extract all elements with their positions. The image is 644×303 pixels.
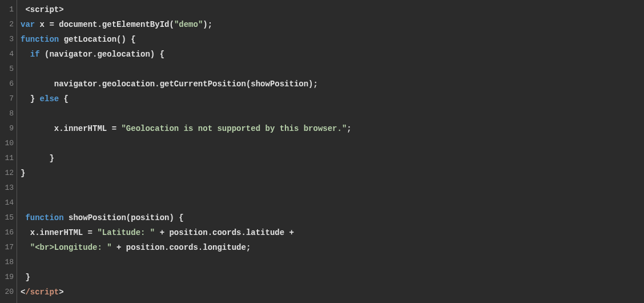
code-token: function [21, 35, 59, 44]
line-number: 17 [0, 240, 17, 255]
code-line[interactable]: } [21, 151, 644, 166]
code-line[interactable]: if (navigator.geolocation) { [21, 47, 644, 62]
code-line[interactable] [21, 196, 644, 210]
line-number: 1 [0, 2, 17, 17]
line-number: 8 [0, 106, 17, 121]
line-number: 10 [0, 136, 17, 151]
code-token: { [59, 94, 69, 103]
code-line[interactable]: function getLocation() { [21, 32, 644, 47]
code-line[interactable]: navigator.geolocation.getCurrentPosition… [21, 77, 644, 91]
line-number: 3 [0, 32, 17, 47]
code-token: () { [116, 35, 136, 44]
line-number: 19 [0, 270, 17, 285]
code-token: } [21, 154, 54, 163]
code-token: x.innerHTML = [21, 124, 121, 133]
code-token: getLocation [64, 35, 116, 44]
line-number: 2 [0, 17, 17, 32]
code-token: + position.coords.latitude + [155, 228, 294, 237]
code-line[interactable]: x.innerHTML = "Geolocation is not suppor… [21, 121, 644, 136]
code-token: showPosition [69, 213, 126, 222]
code-token: "demo" [174, 20, 203, 29]
code-token: else [40, 94, 59, 103]
line-number: 12 [0, 166, 17, 181]
code-token: "<br>Longitude: " [30, 243, 112, 252]
code-token: > [59, 5, 63, 14]
code-line[interactable]: } else { [21, 91, 644, 106]
code-token: var [21, 20, 35, 29]
code-token: if [30, 50, 40, 59]
code-token: } [21, 94, 40, 103]
code-token: > [59, 288, 63, 297]
line-number-gutter: 1234567891011121314151617181920 [0, 0, 17, 303]
code-token: navigator.geolocation. [21, 79, 160, 89]
code-token [21, 50, 30, 59]
line-number: 5 [0, 62, 17, 77]
code-token: < [21, 5, 30, 14]
code-token: getCurrentPosition [160, 79, 246, 89]
code-token: ); [203, 20, 212, 29]
code-line[interactable] [21, 136, 644, 151]
line-number: 9 [0, 121, 17, 136]
code-line[interactable]: } [21, 166, 644, 181]
code-token: getElementById [102, 20, 170, 29]
code-token: } [21, 169, 25, 178]
code-token: function [25, 213, 63, 222]
code-line[interactable] [21, 255, 644, 270]
code-line[interactable] [21, 106, 644, 121]
code-token [59, 35, 63, 44]
line-number: 7 [0, 91, 17, 106]
code-token: (navigator.geolocation) { [40, 50, 164, 59]
code-token: } [21, 273, 30, 282]
code-token: x = document. [35, 20, 102, 29]
code-token: (position) { [126, 213, 184, 222]
code-token: script [30, 5, 59, 14]
code-line[interactable]: } [21, 270, 644, 285]
code-line[interactable] [21, 181, 644, 196]
code-token: ; [347, 124, 351, 133]
code-token: + position.coords.longitude; [112, 243, 251, 252]
line-number: 15 [0, 210, 17, 225]
code-line[interactable]: var x = document.getElementById("demo"); [21, 17, 644, 32]
code-line[interactable]: <script> [21, 2, 644, 17]
line-number: 14 [0, 196, 17, 210]
code-token: x.innerHTML = [21, 228, 97, 237]
code-token: (showPosition); [246, 79, 318, 89]
code-line[interactable]: </script> [21, 285, 644, 300]
line-number: 6 [0, 77, 17, 91]
line-number: 20 [0, 285, 17, 300]
code-line[interactable]: x.innerHTML = "Latitude: " + position.co… [21, 225, 644, 240]
line-number: 13 [0, 181, 17, 196]
code-line[interactable] [21, 62, 644, 77]
code-token: "Latitude: " [97, 228, 155, 237]
code-token [64, 213, 69, 222]
code-token [21, 243, 30, 252]
code-line[interactable]: function showPosition(position) { [21, 210, 644, 225]
code-line[interactable]: "<br>Longitude: " + position.coords.long… [21, 240, 644, 255]
line-number: 18 [0, 255, 17, 270]
line-number: 16 [0, 225, 17, 240]
code-token: "Geolocation is not supported by this br… [121, 124, 347, 133]
line-number: 4 [0, 47, 17, 62]
code-editor-content[interactable]: <script>var x = document.getElementById(… [17, 0, 644, 303]
code-token: ( [169, 20, 174, 29]
code-token: /script [25, 288, 59, 297]
line-number: 11 [0, 151, 17, 166]
